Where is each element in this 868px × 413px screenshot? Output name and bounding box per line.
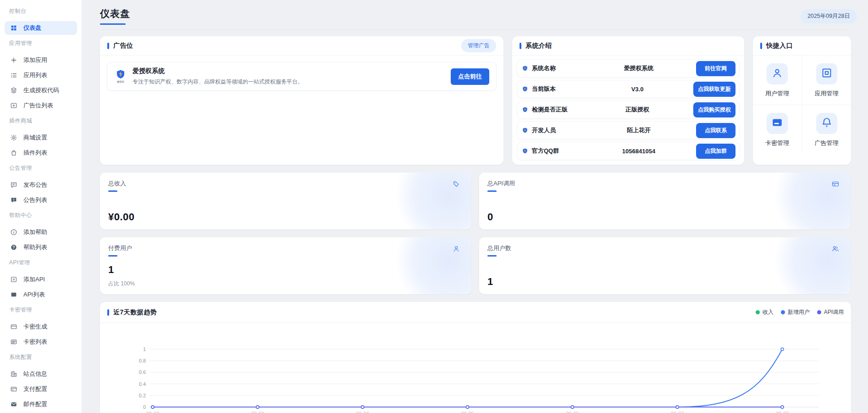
sidebar-item-chat[interactable]: 发布公告 [5, 178, 77, 192]
quick-link-user[interactable]: 用户管理 [753, 56, 802, 105]
legend-dot-icon [756, 310, 760, 314]
sidebar-nav: 控制台仪表盘应用管理添加应用应用列表生成授权代码广告位列表插件商城商城设置插件列… [4, 7, 78, 411]
date-badge: 2025年09月28日 [801, 9, 857, 23]
credit-card-icon [10, 385, 17, 393]
svg-text:09-26: 09-26 [566, 411, 579, 413]
shield-logo-icon [522, 148, 528, 155]
sidebar-item-chat-alert[interactable]: 公告列表 [5, 193, 77, 207]
square-x-icon [10, 276, 17, 283]
system-row-button[interactable]: 前往官网 [696, 61, 735, 76]
section-accent-bar [107, 43, 109, 49]
system-intro-row: 系统名称爱授权系统前往官网 [517, 59, 740, 78]
legend-item[interactable]: 新增用户 [781, 308, 810, 316]
svg-text:0.2: 0.2 [139, 393, 146, 398]
sidebar-section: API管理添加APIAPI列表 [4, 259, 78, 301]
top-cards-row: 广告位 管理广告 爱授权 爱授权系统 专注于知识产权、数字内容、品牌权益等领域的… [100, 36, 851, 165]
sidebar-item-ad-box[interactable]: 广告位列表 [5, 99, 77, 112]
sidebar-item-label: 支付配置 [23, 385, 47, 393]
sidebar-item-bag[interactable]: 插件列表 [5, 146, 77, 160]
sidebar-item-label: 生成授权代码 [23, 86, 59, 95]
sidebar-item-label: 卡密列表 [23, 338, 47, 346]
system-intro-row: 当前版本V3.0点我获取更新 [517, 80, 740, 98]
user-small-icon [452, 245, 460, 253]
sidebar-section-label: 控制台 [4, 7, 78, 20]
sidebar-section: 应用管理添加应用应用列表生成授权代码广告位列表 [4, 39, 78, 112]
quick-link-label: 应用管理 [815, 89, 839, 98]
legend-item[interactable]: 收入 [756, 308, 774, 316]
system-row-button[interactable]: 点我联系 [696, 123, 735, 138]
stat-label: 总API调用 [487, 179, 842, 188]
users-icon [831, 245, 840, 253]
quick-link-card-filled[interactable]: 卡密管理 [753, 105, 802, 154]
quick-card-header: 快捷入口 [753, 36, 851, 56]
quick-link-tile [767, 63, 788, 84]
sidebar-item-label: 发布公告 [23, 181, 47, 189]
section-accent-bar [107, 309, 109, 316]
ad-item[interactable]: 爱授权 爱授权系统 专注于知识产权、数字内容、品牌权益等领域的一站式授权服务平台… [107, 62, 497, 91]
sidebar-item-card-lines[interactable]: 卡密列表 [5, 335, 77, 349]
quick-link-app-square[interactable]: 应用管理 [802, 56, 851, 105]
shield-logo-icon [522, 65, 528, 72]
sidebar-item-label: 应用列表 [23, 71, 47, 79]
sidebar-item-dashboard[interactable]: 仪表盘 [5, 21, 77, 35]
sidebar-item-question-circle[interactable]: 帮助列表 [5, 240, 77, 254]
trend-chart-card: 近7天数据趋势 收入新增用户API调用 00.20.40.60.8109-220… [100, 302, 851, 413]
svg-text:09-27: 09-27 [671, 411, 684, 413]
svg-text:0.8: 0.8 [139, 358, 146, 363]
system-row-button[interactable]: 点我获取更新 [693, 82, 735, 97]
legend-item[interactable]: API调用 [817, 308, 844, 316]
stat-label: 总用户数 [487, 244, 842, 252]
bell-icon [821, 117, 833, 130]
legend-label: 收入 [763, 308, 774, 316]
section-accent-bar [760, 43, 762, 49]
layers-icon [10, 87, 17, 94]
sidebar-item-gear[interactable]: 商城设置 [5, 131, 77, 145]
sidebar-section-label: 公告管理 [4, 164, 78, 177]
sidebar-item-square-filled[interactable]: API列表 [5, 288, 77, 301]
system-card-body: 系统名称爱授权系统前往官网当前版本V3.0点我获取更新检测是否正版正版授权点我购… [512, 56, 744, 166]
ad-description: 专注于知识产权、数字内容、品牌权益等领域的一站式授权服务平台。 [133, 78, 445, 86]
manage-ads-button[interactable]: 管理广告 [461, 39, 496, 52]
sidebar-item-list[interactable]: 应用列表 [5, 68, 77, 82]
sidebar-item-mail[interactable]: 邮件配置 [5, 397, 77, 411]
section-accent-bar [520, 43, 521, 49]
sidebar-item-label: 仪表盘 [23, 24, 41, 32]
sidebar-item-label: 广告位列表 [23, 101, 53, 110]
legend-dot-icon [817, 310, 821, 314]
stat-label-underline [487, 190, 497, 192]
sidebar-item-label: 帮助列表 [23, 243, 47, 251]
ad-name: 爱授权系统 [133, 67, 445, 75]
quick-link-bell[interactable]: 广告管理 [802, 105, 851, 154]
system-card-header: 系统介绍 [512, 36, 744, 56]
system-row-value: 1056841054 [581, 148, 696, 155]
chart-card-header: 近7天数据趋势 收入新增用户API调用 [100, 302, 851, 323]
sidebar-item-building[interactable]: 站点信息 [5, 367, 77, 381]
quick-link-label: 卡密管理 [765, 139, 789, 147]
stat-value: 1 [487, 276, 842, 288]
sidebar-item-label: 添加API [23, 275, 45, 284]
quick-link-tile [816, 63, 837, 84]
svg-text:09-24: 09-24 [356, 411, 369, 413]
system-intro-row: 开发人员陌上花开点我联系 [517, 121, 740, 140]
plus-icon [10, 56, 17, 64]
quick-card-title: 快捷入口 [766, 42, 793, 50]
sidebar-item-square-x[interactable]: 添加API [5, 273, 77, 286]
sidebar-item-card[interactable]: 卡密生成 [5, 320, 77, 334]
user-icon [771, 67, 783, 81]
sidebar-item-plus[interactable]: 添加应用 [5, 53, 77, 67]
sidebar-item-credit-card[interactable]: 支付配置 [5, 382, 77, 396]
sidebar-item-info-circle[interactable]: 添加帮助 [5, 225, 77, 239]
svg-text:09-25: 09-25 [461, 411, 474, 413]
sidebar-item-layers[interactable]: 生成授权代码 [5, 84, 77, 97]
card-filled-icon [771, 117, 783, 130]
legend-label: API调用 [824, 308, 844, 316]
system-row-button[interactable]: 点我购买授权 [693, 102, 735, 117]
system-row-button[interactable]: 点我加群 [696, 144, 735, 159]
card-icon [10, 323, 17, 330]
dashboard-icon [10, 24, 17, 32]
go-to-ad-button[interactable]: 点击前往 [451, 68, 489, 85]
system-row-value: V3.0 [581, 86, 693, 93]
stat-label: 总收入 [108, 179, 463, 188]
sidebar-item-label: 卡密生成 [23, 323, 47, 331]
quick-links-grid: 用户管理应用管理卡密管理广告管理 [753, 56, 851, 154]
